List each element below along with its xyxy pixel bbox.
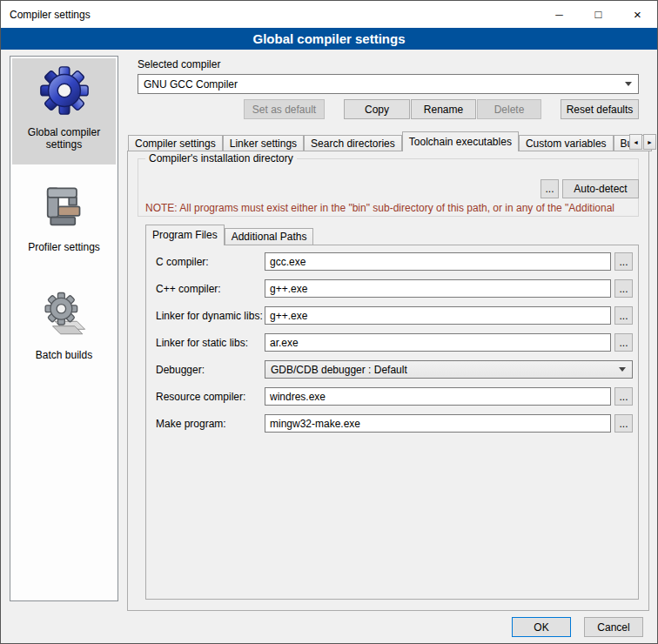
sidebar-item-label: Global compiler settings (12, 126, 116, 151)
sidebar: Global compiler settings Profiler settin… (10, 56, 118, 601)
copy-button[interactable]: Copy (344, 99, 410, 119)
chevron-down-icon (625, 82, 632, 86)
sidebar-item-label: Profiler settings (28, 241, 100, 253)
caption-buttons: ─ □ × (540, 1, 657, 28)
bin-subdirectory-note: NOTE: All programs must exist either in … (145, 202, 638, 214)
c-compiler-browse-button[interactable]: ... (614, 252, 633, 271)
sidebar-item-label: Batch builds (36, 349, 92, 361)
reset-defaults-button[interactable]: Reset defaults (561, 99, 639, 119)
c-compiler-label: C compiler: (156, 256, 262, 268)
debugger-value: GDB/CDB debugger : Default (265, 364, 619, 376)
linker-static-browse-button[interactable]: ... (614, 333, 633, 352)
delete-button[interactable]: Delete (477, 99, 541, 119)
tab-compiler-settings[interactable]: Compiler settings (128, 135, 223, 151)
sidebar-item-batch-builds[interactable]: Batch builds (12, 285, 116, 366)
make-program-label: Make program: (156, 418, 262, 430)
make-program-browse-button[interactable]: ... (614, 414, 633, 433)
installation-directory-browse-button[interactable]: ... (540, 179, 559, 198)
gear-icon (37, 64, 91, 120)
tab-scroll-right-button[interactable]: ► (643, 134, 656, 150)
cancel-button[interactable]: Cancel (584, 617, 643, 637)
compiler-settings-window: Compiler settings ─ □ × Global compiler … (0, 0, 658, 644)
ok-button[interactable]: OK (512, 617, 571, 637)
tab-program-files[interactable]: Program Files (145, 225, 225, 245)
tab-linker-settings[interactable]: Linker settings (223, 135, 304, 151)
linker-static-input[interactable] (265, 333, 611, 352)
minimize-icon[interactable]: ─ (540, 1, 579, 28)
cpp-compiler-browse-button[interactable]: ... (614, 279, 633, 298)
make-program-input[interactable] (265, 414, 611, 433)
installation-directory-group-title: Compiler's installation directory (145, 152, 297, 164)
debugger-dropdown[interactable]: GDB/CDB debugger : Default (265, 360, 633, 379)
tab-scroll-left-button[interactable]: ◄ (629, 134, 642, 150)
batch-builds-icon (39, 290, 90, 343)
tab-additional-paths[interactable]: Additional Paths (225, 228, 314, 245)
cpp-compiler-label: C++ compiler: (156, 283, 262, 295)
tab-search-directories[interactable]: Search directories (304, 135, 402, 151)
tab-custom-variables[interactable]: Custom variables (519, 135, 614, 151)
close-icon[interactable]: × (618, 1, 657, 28)
c-compiler-input[interactable] (265, 252, 611, 271)
window-title: Compiler settings (1, 9, 91, 21)
titlebar: Compiler settings ─ □ × (1, 1, 657, 28)
set-as-default-button[interactable]: Set as default (244, 99, 325, 119)
sidebar-item-global-compiler-settings[interactable]: Global compiler settings (12, 58, 116, 164)
linker-dynamic-label: Linker for dynamic libs: (156, 310, 262, 322)
linker-static-label: Linker for static libs: (156, 337, 262, 349)
chevron-down-icon (619, 367, 626, 372)
resource-compiler-label: Resource compiler: (156, 391, 262, 403)
settings-tab-strip: Compiler settings Linker settings Search… (128, 131, 652, 151)
rename-button[interactable]: Rename (411, 99, 476, 119)
sidebar-item-profiler-settings[interactable]: Profiler settings (12, 178, 116, 260)
cpp-compiler-input[interactable] (265, 279, 611, 298)
selected-compiler-label: Selected compiler (138, 58, 220, 70)
program-files-tab-strip: Program Files Additional Paths (145, 225, 313, 245)
selected-compiler-dropdown[interactable]: GNU GCC Compiler (138, 74, 639, 94)
auto-detect-button[interactable]: Auto-detect (562, 179, 639, 198)
profiler-icon (40, 184, 89, 235)
linker-dynamic-browse-button[interactable]: ... (614, 306, 633, 325)
resource-compiler-input[interactable] (265, 387, 611, 406)
maximize-icon[interactable]: □ (579, 1, 618, 28)
linker-dynamic-input[interactable] (265, 306, 611, 325)
selected-compiler-value: GNU GCC Compiler (138, 78, 625, 91)
tab-toolchain-executables[interactable]: Toolchain executables (402, 131, 519, 151)
debugger-label: Debugger: (156, 364, 262, 376)
dialog-header-title: Global compiler settings (1, 28, 657, 50)
resource-compiler-browse-button[interactable]: ... (614, 387, 633, 406)
